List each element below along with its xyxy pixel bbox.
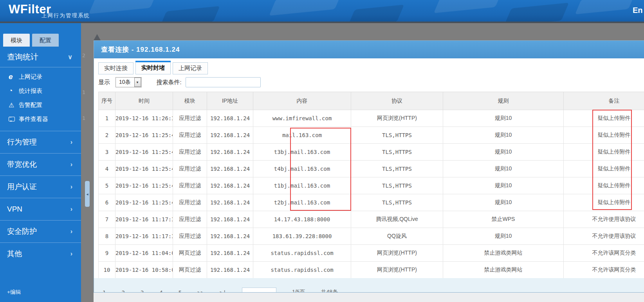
- cell-备注: 不允许使用该协议: [564, 228, 644, 245]
- sidebar-section-label: 行为管理: [7, 137, 37, 147]
- cell-序号: 9: [99, 245, 115, 262]
- cell-时间: 2019-12-16 11:26:39: [115, 110, 173, 127]
- ie-icon: [9, 74, 19, 80]
- cell-模块: 应用过滤: [173, 194, 207, 211]
- last-page-button[interactable]: >|: [220, 289, 226, 293]
- sidebar-collapse-handle[interactable]: [85, 181, 90, 207]
- total-count-label: 共48条: [321, 289, 338, 293]
- cell-内容: t3bj.mail.163.com: [253, 144, 351, 161]
- sidebar-section-带宽优化[interactable]: 带宽优化›: [0, 153, 81, 175]
- cell-规则: 规则10: [443, 177, 564, 194]
- cell-备注: 疑似上传附件: [564, 161, 644, 177]
- cell-时间: 2019-12-16 11:17:34: [115, 211, 173, 228]
- cell-内容: t4bj.mail.163.com: [253, 161, 351, 177]
- sidebar-item-告警配置[interactable]: 告警配置: [0, 98, 81, 112]
- page-size-select[interactable]: 10条 ▼: [115, 77, 142, 87]
- backdrop-row-number: 1: [82, 89, 85, 95]
- cell-备注: 不允许使用该协议: [564, 211, 644, 228]
- column-header-协议: 协议: [351, 92, 443, 110]
- sidebar-item-上网记录[interactable]: 上网记录: [0, 70, 81, 84]
- sidebar-section-用户认证[interactable]: 用户认证›: [0, 175, 81, 198]
- cell-模块: 应用过滤: [173, 177, 207, 194]
- column-header-序号: 序号: [99, 92, 115, 110]
- page-number-5[interactable]: 5: [179, 289, 182, 293]
- sidebar-section-VPN[interactable]: VPN›: [0, 198, 81, 220]
- table-row: 42019-12-16 11:25:47应用过滤192.168.1.24t4bj…: [99, 161, 644, 177]
- chevron-down-icon[interactable]: ▼: [134, 78, 141, 87]
- cell-内容: mail.163.com: [253, 127, 351, 144]
- column-header-内容: 内容: [253, 92, 351, 110]
- comment-icon: [9, 117, 19, 121]
- dialog-toolbar: 显示 10条 ▼ 搜索条件:: [98, 77, 261, 87]
- dialog-tab-上网记录[interactable]: 上网记录: [173, 62, 208, 74]
- cell-协议: TLS,HTTPS: [351, 177, 443, 194]
- cell-时间: 2019-12-16 11:17:34: [115, 228, 173, 245]
- next-group-button[interactable]: >>: [197, 289, 204, 293]
- sidebar-section-label: VPN: [7, 205, 22, 213]
- sidebar-item-事件查看器[interactable]: 事件查看器: [0, 112, 81, 126]
- cell-模块: 应用过滤: [173, 144, 207, 161]
- cell-时间: 2019-12-16 11:04:05: [115, 245, 173, 262]
- chevron-right-icon: ›: [70, 183, 72, 190]
- cell-模块: 应用过滤: [173, 211, 207, 228]
- language-switch-link[interactable]: En: [633, 6, 643, 15]
- cell-内容: www.imfirewall.com: [253, 110, 351, 127]
- sidebar-tab-配置[interactable]: 配置: [32, 34, 59, 47]
- keyboard-art-decoration: [0, 0, 644, 22]
- page-number-1[interactable]: 1: [103, 289, 106, 293]
- cell-规则: 禁止WPS: [443, 211, 564, 228]
- cell-协议: TLS,HTTPS: [351, 127, 443, 144]
- cell-备注: 疑似上传附件: [564, 177, 644, 194]
- sidebar-edit-link[interactable]: +编辑: [7, 289, 21, 296]
- dialog-title: 查看连接 - 192.168.1.24: [94, 41, 644, 58]
- warning-icon: [9, 101, 19, 109]
- sidebar-tabbar: 模块配置: [3, 34, 59, 47]
- cell-备注: 不允许该网页分类: [564, 262, 644, 278]
- cell-时间: 2019-12-16 11:25:47: [115, 177, 173, 194]
- page-number-4[interactable]: 4: [159, 289, 162, 293]
- sidebar: 模块配置 查询统计∨上网记录统计报表告警配置事件查看器行为管理›带宽优化›用户认…: [0, 23, 81, 302]
- dialog-tab-实时封堵[interactable]: 实时封堵: [135, 62, 171, 74]
- chevron-right-icon: ›: [70, 228, 72, 235]
- sidebar-item-label: 事件查看器: [19, 116, 48, 123]
- page-number-3[interactable]: 3: [141, 289, 144, 293]
- cell-模块: 应用过滤: [173, 127, 207, 144]
- sidebar-section-query-stats[interactable]: 查询统计∨: [0, 47, 81, 67]
- table-row: 12019-12-16 11:26:39应用过滤192.168.1.24www.…: [99, 110, 644, 127]
- page-info-label: 1/5页: [292, 289, 305, 293]
- cell-内容: status.rapidssl.com: [253, 262, 351, 278]
- sidebar-section-其他[interactable]: 其他›: [0, 242, 81, 265]
- sidebar-section-安全防护[interactable]: 安全防护›: [0, 220, 81, 242]
- view-connections-dialog: 查看连接 - 192.168.1.24 实时连接实时封堵上网记录 显示 10条 …: [94, 40, 644, 293]
- backdrop-row-number: 2: [82, 52, 85, 58]
- sidebar-section-label: 安全防护: [7, 226, 37, 237]
- sidebar-section-label: 查询统计: [7, 52, 38, 62]
- sidebar-nav: 查询统计∨上网记录统计报表告警配置事件查看器行为管理›带宽优化›用户认证›VPN…: [0, 47, 81, 265]
- cell-规则: 规则10: [443, 110, 564, 127]
- sidebar-section-行为管理[interactable]: 行为管理›: [0, 131, 81, 153]
- sidebar-item-统计报表[interactable]: 统计报表: [0, 84, 81, 98]
- pie-chart-icon: [9, 87, 19, 95]
- cell-模块: 网页过滤: [173, 245, 207, 262]
- cell-时间: 2019-12-16 11:25:49: [115, 127, 173, 144]
- cell-协议: 网页浏览(HTTP): [351, 110, 443, 127]
- cell-规则: 禁止游戏类网站: [443, 262, 564, 278]
- cell-序号: 8: [99, 228, 115, 245]
- search-input[interactable]: [186, 77, 261, 87]
- table-row: 82019-12-16 11:17:34应用过滤192.168.1.24183.…: [99, 228, 644, 245]
- pagination-bar: 12345>>>|1/5页共48条: [94, 278, 644, 293]
- cell-内容: 14.17.43.188:8000: [253, 211, 351, 228]
- sidebar-tab-模块[interactable]: 模块: [3, 34, 30, 47]
- goto-page-input[interactable]: [242, 288, 276, 293]
- column-header-备注: 备注: [564, 92, 644, 110]
- table-row: 92019-12-16 11:04:05网页过滤192.168.1.24stat…: [99, 245, 644, 262]
- table-row: 22019-12-16 11:25:49应用过滤192.168.1.24mail…: [99, 127, 644, 144]
- dialog-tab-实时连接[interactable]: 实时连接: [98, 62, 133, 74]
- cell-时间: 2019-12-16 11:25:47: [115, 161, 173, 177]
- cell-备注: 不允许该网页分类: [564, 245, 644, 262]
- table-row: 32019-12-16 11:25:47应用过滤192.168.1.24t3bj…: [99, 144, 644, 161]
- page-number-2[interactable]: 2: [121, 289, 124, 293]
- cell-模块: 网页过滤: [173, 262, 207, 278]
- column-header-规则: 规则: [443, 92, 564, 110]
- cell-内容: 183.61.39.228:8000: [253, 228, 351, 245]
